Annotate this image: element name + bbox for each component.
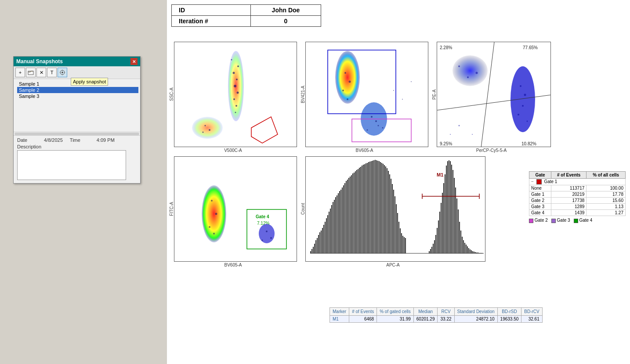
gate1-events: 20219 — [551, 191, 587, 198]
stats-m1-marker: M1 — [330, 316, 349, 323]
stats-median-header: Median — [413, 308, 438, 316]
svg-rect-75 — [318, 235, 319, 253]
plot4-box[interactable]: Gate 4 7.12% — [174, 156, 297, 262]
gate-none-row: None 113717 100.00 — [529, 185, 626, 191]
svg-rect-156 — [447, 161, 448, 253]
snapshots-hscrollbar[interactable] — [14, 133, 139, 135]
gate4-legend: Gate 4 — [574, 218, 593, 223]
stats-events-header: # of Events — [349, 308, 377, 316]
svg-rect-154 — [445, 174, 445, 253]
svg-rect-137 — [400, 228, 401, 253]
svg-rect-138 — [401, 233, 402, 253]
svg-point-62 — [211, 200, 213, 202]
svg-rect-140 — [404, 237, 405, 253]
svg-rect-120 — [377, 161, 378, 253]
svg-rect-93 — [342, 187, 343, 253]
snapshot-item-2[interactable]: Sample 2 — [17, 87, 138, 93]
gate4-events: 1439 — [551, 210, 587, 216]
svg-point-20 — [205, 125, 206, 126]
svg-rect-96 — [346, 181, 347, 253]
gate2-events: 17738 — [551, 198, 587, 204]
svg-rect-143 — [430, 249, 431, 253]
svg-rect-168 — [463, 240, 464, 253]
svg-point-48 — [467, 76, 469, 78]
stats-m1-bdrcv: 32.61 — [521, 316, 542, 323]
svg-rect-130 — [391, 179, 391, 253]
svg-text:9.25%: 9.25% — [440, 141, 452, 146]
svg-text:77.65%: 77.65% — [523, 45, 538, 50]
svg-rect-85 — [331, 205, 332, 253]
snapshots-titlebar: Manual Snapshots ✕ — [14, 57, 140, 66]
stats-marker-header: Marker — [330, 308, 349, 316]
svg-rect-157 — [449, 160, 449, 253]
gate-collapse-row: − Gate 1 — [529, 179, 626, 185]
snapshots-close-button[interactable]: ✕ — [130, 58, 138, 65]
svg-rect-153 — [443, 183, 444, 253]
svg-rect-0 — [28, 71, 33, 75]
stats-rcv-header: RCV — [438, 308, 454, 316]
plot2-y-label: BV421-A — [301, 42, 305, 147]
svg-rect-88 — [335, 197, 336, 253]
svg-point-67 — [270, 237, 272, 239]
snapshots-panel: Manual Snapshots ✕ + ✕ T Apply snapshot — [13, 56, 141, 184]
svg-line-40 — [481, 42, 494, 147]
svg-point-46 — [458, 65, 460, 67]
gate3-color — [551, 219, 556, 223]
open-snapshot-button[interactable] — [26, 68, 36, 77]
gate2-label: Gate 2 — [529, 198, 551, 204]
svg-rect-112 — [367, 163, 368, 253]
svg-rect-167 — [462, 237, 463, 253]
svg-point-32 — [378, 125, 379, 126]
svg-point-17 — [235, 105, 237, 107]
gate4-label: Gate 4 — [529, 210, 551, 216]
gate3-label: Gate 3 — [529, 204, 551, 210]
svg-rect-106 — [359, 168, 360, 253]
plot1-x-label: V500C-A — [224, 148, 242, 153]
snapshot-item-3[interactable]: Sample 3 — [17, 93, 138, 99]
svg-rect-73 — [315, 240, 316, 253]
svg-point-39 — [511, 66, 535, 132]
svg-rect-89 — [337, 195, 337, 253]
svg-rect-175 — [472, 251, 473, 253]
text-snapshot-button[interactable]: T — [47, 68, 57, 77]
gate-legend: Gate 2 Gate 3 Gate 4 — [529, 218, 626, 223]
svg-rect-115 — [371, 161, 372, 253]
add-snapshot-button[interactable]: + — [15, 68, 25, 77]
svg-rect-91 — [339, 191, 340, 253]
svg-rect-163 — [456, 198, 457, 253]
plot1-box[interactable] — [174, 42, 297, 147]
svg-point-29 — [347, 98, 348, 100]
svg-text:10.82%: 10.82% — [521, 141, 536, 146]
plot3-y-label: PE-A — [432, 42, 437, 147]
svg-rect-142 — [429, 251, 430, 253]
description-input[interactable] — [17, 150, 126, 180]
plot3-box[interactable]: 2.28% 77.65% 9.25% 10.82% — [437, 42, 551, 147]
svg-point-38 — [453, 55, 488, 86]
svg-rect-148 — [437, 228, 438, 253]
plot5-box[interactable]: M1 — [305, 156, 485, 262]
svg-point-47 — [476, 72, 478, 74]
svg-rect-121 — [379, 161, 380, 253]
plot2-x-label: BV605-A — [355, 148, 373, 153]
svg-rect-123 — [381, 163, 382, 253]
plot2-box[interactable] — [305, 42, 428, 147]
plot1-svg — [174, 42, 297, 147]
svg-point-49 — [520, 85, 521, 87]
gate-collapse-button[interactable]: − — [531, 179, 534, 184]
gate2-legend: Gate 2 — [529, 218, 548, 223]
svg-point-53 — [527, 121, 528, 122]
svg-rect-79 — [323, 225, 324, 253]
svg-rect-169 — [464, 243, 465, 253]
svg-rect-132 — [393, 190, 394, 253]
delete-snapshot-button[interactable]: ✕ — [36, 68, 46, 77]
svg-text:M1: M1 — [437, 172, 443, 177]
svg-rect-107 — [360, 167, 361, 253]
svg-rect-151 — [441, 203, 442, 253]
snapshots-metadata: Date 4/8/2025 Time 4:09 PM Description — [14, 135, 140, 183]
apply-snapshot-button[interactable] — [58, 68, 67, 77]
svg-point-61 — [259, 224, 275, 243]
svg-rect-99 — [350, 177, 351, 253]
stats-m1-median: 60201.29 — [413, 316, 438, 323]
gate3-percent: 1.13 — [587, 204, 626, 210]
svg-point-56 — [472, 134, 473, 135]
